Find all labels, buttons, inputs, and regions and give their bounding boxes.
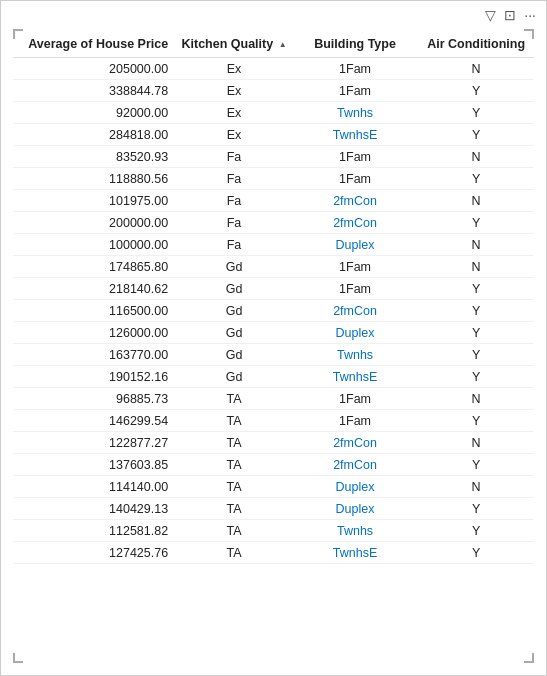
cell-air-conditioning: Y — [418, 454, 534, 476]
col-kitchen-quality[interactable]: Kitchen Quality ▲ — [176, 29, 292, 58]
cell-avg-price: 190152.16 — [13, 366, 176, 388]
cell-building-type[interactable]: TwnhsE — [292, 124, 418, 146]
cell-building-type[interactable]: 2fmCon — [292, 454, 418, 476]
cell-avg-price: 122877.27 — [13, 432, 176, 454]
filter-icon[interactable]: ▽ — [485, 7, 496, 23]
cell-kitchen-quality: Ex — [176, 124, 292, 146]
cell-avg-price: 118880.56 — [13, 168, 176, 190]
table-row: 200000.00Fa2fmConY — [13, 212, 534, 234]
cell-kitchen-quality: TA — [176, 432, 292, 454]
cell-kitchen-quality: Fa — [176, 168, 292, 190]
cell-building-type[interactable]: Twnhs — [292, 344, 418, 366]
cell-avg-price: 83520.93 — [13, 146, 176, 168]
cell-kitchen-quality: TA — [176, 520, 292, 542]
table-row: 112581.82TATwnhsY — [13, 520, 534, 542]
cell-kitchen-quality: TA — [176, 476, 292, 498]
col-avg-price: Average of House Price — [13, 29, 176, 58]
cell-building-type[interactable]: 2fmCon — [292, 432, 418, 454]
cell-kitchen-quality: Gd — [176, 322, 292, 344]
table-row: 83520.93Fa1FamN — [13, 146, 534, 168]
cell-avg-price: 127425.76 — [13, 542, 176, 564]
cell-kitchen-quality: TA — [176, 542, 292, 564]
more-options-icon[interactable]: ··· — [524, 7, 536, 23]
cell-air-conditioning: N — [418, 234, 534, 256]
cell-building-type[interactable]: Duplex — [292, 234, 418, 256]
cell-air-conditioning: N — [418, 256, 534, 278]
table-row: 174865.80Gd1FamN — [13, 256, 534, 278]
cell-air-conditioning: N — [418, 476, 534, 498]
col-building-type: Building Type — [292, 29, 418, 58]
cell-building-type[interactable]: TwnhsE — [292, 366, 418, 388]
cell-avg-price: 205000.00 — [13, 58, 176, 80]
toolbar: ▽ ⊡ ··· — [1, 1, 546, 29]
table-row: 146299.54TA1FamY — [13, 410, 534, 432]
table-row: 101975.00Fa2fmConN — [13, 190, 534, 212]
cell-building-type[interactable]: Duplex — [292, 322, 418, 344]
table-row: 92000.00ExTwnhsY — [13, 102, 534, 124]
cell-kitchen-quality: TA — [176, 388, 292, 410]
cell-air-conditioning: Y — [418, 366, 534, 388]
expand-icon[interactable]: ⊡ — [504, 7, 516, 23]
cell-avg-price: 137603.85 — [13, 454, 176, 476]
cell-avg-price: 338844.78 — [13, 80, 176, 102]
cell-avg-price: 146299.54 — [13, 410, 176, 432]
cell-building-type: 1Fam — [292, 58, 418, 80]
cell-air-conditioning: Y — [418, 80, 534, 102]
table-row: 338844.78Ex1FamY — [13, 80, 534, 102]
cell-kitchen-quality: Ex — [176, 102, 292, 124]
table-row: 100000.00FaDuplexN — [13, 234, 534, 256]
cell-air-conditioning: Y — [418, 322, 534, 344]
table-row: 127425.76TATwnhsEY — [13, 542, 534, 564]
cell-building-type[interactable]: Twnhs — [292, 102, 418, 124]
cell-air-conditioning: N — [418, 58, 534, 80]
cell-air-conditioning: Y — [418, 102, 534, 124]
cell-building-type[interactable]: TwnhsE — [292, 542, 418, 564]
cell-avg-price: 96885.73 — [13, 388, 176, 410]
cell-avg-price: 116500.00 — [13, 300, 176, 322]
table-row: 126000.00GdDuplexY — [13, 322, 534, 344]
cell-air-conditioning: Y — [418, 278, 534, 300]
cell-building-type[interactable]: Twnhs — [292, 520, 418, 542]
cell-air-conditioning: Y — [418, 124, 534, 146]
table-row: 114140.00TADuplexN — [13, 476, 534, 498]
cell-kitchen-quality: Fa — [176, 190, 292, 212]
cell-kitchen-quality: Fa — [176, 212, 292, 234]
table-row: 163770.00GdTwnhsY — [13, 344, 534, 366]
cell-building-type[interactable]: 2fmCon — [292, 300, 418, 322]
cell-building-type[interactable]: 2fmCon — [292, 212, 418, 234]
cell-building-type: 1Fam — [292, 278, 418, 300]
table-row: 122877.27TA2fmConN — [13, 432, 534, 454]
table-row: 96885.73TA1FamN — [13, 388, 534, 410]
cell-air-conditioning: N — [418, 388, 534, 410]
table-row: 190152.16GdTwnhsEY — [13, 366, 534, 388]
cell-avg-price: 114140.00 — [13, 476, 176, 498]
cell-building-type[interactable]: Duplex — [292, 476, 418, 498]
cell-kitchen-quality: Gd — [176, 300, 292, 322]
cell-avg-price: 200000.00 — [13, 212, 176, 234]
cell-air-conditioning: Y — [418, 520, 534, 542]
cell-air-conditioning: Y — [418, 300, 534, 322]
cell-avg-price: 218140.62 — [13, 278, 176, 300]
cell-kitchen-quality: Ex — [176, 58, 292, 80]
table-row: 284818.00ExTwnhsEY — [13, 124, 534, 146]
cell-building-type[interactable]: Duplex — [292, 498, 418, 520]
cell-air-conditioning: Y — [418, 498, 534, 520]
cell-air-conditioning: N — [418, 190, 534, 212]
cell-avg-price: 174865.80 — [13, 256, 176, 278]
cell-avg-price: 140429.13 — [13, 498, 176, 520]
cell-building-type: 1Fam — [292, 146, 418, 168]
table-row: 205000.00Ex1FamN — [13, 58, 534, 80]
cell-building-type: 1Fam — [292, 256, 418, 278]
sort-asc-icon: ▲ — [279, 40, 287, 49]
main-container: ▽ ⊡ ··· Average of House Price Kitchen Q… — [0, 0, 547, 676]
cell-building-type[interactable]: 2fmCon — [292, 190, 418, 212]
cell-avg-price: 92000.00 — [13, 102, 176, 124]
cell-kitchen-quality: Gd — [176, 256, 292, 278]
cell-air-conditioning: Y — [418, 168, 534, 190]
table-row: 116500.00Gd2fmConY — [13, 300, 534, 322]
cell-avg-price: 284818.00 — [13, 124, 176, 146]
table-wrapper: Average of House Price Kitchen Quality ▲… — [1, 29, 546, 675]
cell-building-type: 1Fam — [292, 388, 418, 410]
table-row: 218140.62Gd1FamY — [13, 278, 534, 300]
cell-avg-price: 112581.82 — [13, 520, 176, 542]
